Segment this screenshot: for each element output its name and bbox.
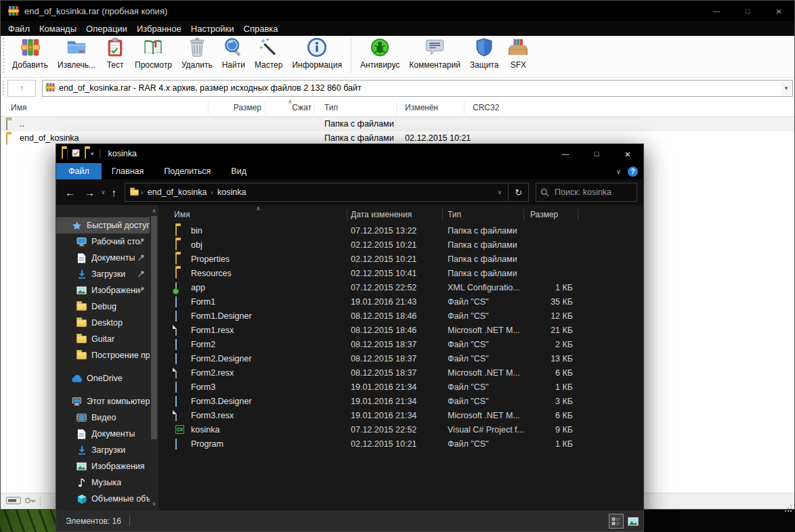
- thumbnail-view-button[interactable]: [626, 514, 641, 529]
- maximize-icon[interactable]: □: [581, 144, 612, 163]
- breadcrumb-current[interactable]: kosinka: [215, 187, 249, 197]
- sidebar-item-downloads-pinned[interactable]: Загрузки: [56, 266, 150, 282]
- minimize-icon[interactable]: —: [701, 1, 732, 21]
- menu-favorites[interactable]: Избранное: [132, 24, 186, 34]
- details-view-button[interactable]: [609, 514, 624, 529]
- search-input[interactable]: [553, 187, 630, 198]
- column-type[interactable]: Тип: [448, 210, 461, 219]
- sidebar-item-this-pc[interactable]: Этот компьютер: [56, 393, 150, 409]
- address-dropdown-icon[interactable]: ∨: [492, 189, 509, 196]
- menu-operations[interactable]: Операции: [81, 24, 132, 34]
- scroll-up-icon[interactable]: ∧: [150, 206, 158, 216]
- sidebar-item-quick-access[interactable]: Быстрый доступ: [56, 217, 150, 234]
- file-row[interactable]: bin 07.12.2015 13:22 Папка с файлами: [158, 224, 643, 238]
- file-row[interactable]: obj 02.12.2015 10:21 Папка с файлами: [158, 238, 643, 252]
- recent-locations-icon[interactable]: ∨: [100, 189, 107, 196]
- properties-qat-icon[interactable]: [72, 149, 80, 159]
- file-row[interactable]: Program 02.12.2015 10:21 Файл "CS" 1 КБ: [158, 437, 643, 451]
- file-row[interactable]: kosinka 07.12.2015 22:52 Visual C# Proje…: [158, 423, 643, 437]
- breadcrumb-parent[interactable]: end_of_kosinka: [145, 187, 210, 197]
- wizard-button[interactable]: Мастер: [250, 36, 288, 70]
- sidebar-item-documents-pinned[interactable]: Документы: [56, 250, 150, 266]
- file-row[interactable]: Form1 19.01.2016 21:43 Файл "CS" 35 КБ: [158, 295, 643, 309]
- new-folder-qat-icon[interactable]: [85, 149, 86, 158]
- maximize-icon[interactable]: □: [732, 1, 763, 21]
- file-row[interactable]: Form2.Designer 08.12.2015 18:37 Файл "CS…: [158, 352, 643, 366]
- test-button[interactable]: Тест: [100, 36, 130, 70]
- sidebar-item-3d-objects[interactable]: Объемные объ: [56, 491, 150, 507]
- extract-button[interactable]: Извлечь...: [53, 36, 100, 70]
- sfx-button[interactable]: SFX: [503, 36, 533, 70]
- column-crc32[interactable]: CRC32: [473, 103, 499, 112]
- sidebar-item-guitar[interactable]: Guitar: [56, 331, 150, 347]
- up-directory-button[interactable]: ↑: [7, 80, 36, 97]
- search-box[interactable]: [536, 183, 637, 202]
- refresh-icon[interactable]: ↻: [509, 187, 528, 198]
- antivirus-button[interactable]: Антивирус: [356, 36, 404, 70]
- delete-button[interactable]: Удалить: [177, 36, 217, 70]
- tab-home[interactable]: Главная: [102, 163, 154, 179]
- file-row[interactable]: Form2.resx 08.12.2015 18:37 Microsoft .N…: [158, 366, 643, 380]
- column-packed[interactable]: Сжат: [272, 103, 311, 112]
- sidebar-item-pictures[interactable]: Изображения: [56, 458, 150, 474]
- info-button[interactable]: Информация: [287, 36, 346, 70]
- view-button[interactable]: Просмотр: [130, 36, 177, 70]
- protect-button[interactable]: Защита: [465, 36, 504, 70]
- file-row[interactable]: Form3.Designer 19.01.2016 21:34 Файл "CS…: [158, 395, 643, 409]
- combobox-dropdown-icon[interactable]: ▾: [781, 81, 792, 95]
- help-icon[interactable]: ?: [628, 167, 638, 177]
- file-row[interactable]: Form3.resx 19.01.2016 21:34 Microsoft .N…: [158, 409, 643, 423]
- file-row[interactable]: Form1.Designer 08.12.2015 18:46 Файл "CS…: [158, 309, 643, 324]
- menu-file[interactable]: Файл: [3, 24, 35, 34]
- column-size[interactable]: Размер: [211, 103, 261, 112]
- close-icon[interactable]: ×: [763, 1, 794, 21]
- sidebar-item-documents[interactable]: Документы: [56, 426, 150, 442]
- sidebar-scrollbar[interactable]: ∧ ∨: [150, 205, 158, 510]
- sidebar-item-onedrive[interactable]: OneDrive: [56, 370, 150, 386]
- minimize-icon[interactable]: —: [550, 144, 581, 163]
- scrollbar-thumb[interactable]: [151, 216, 157, 439]
- add-button[interactable]: Добавить: [7, 36, 53, 70]
- close-icon[interactable]: ×: [612, 144, 643, 163]
- sidebar-item-music[interactable]: Музыка: [56, 474, 150, 491]
- menu-options[interactable]: Настройки: [186, 24, 239, 34]
- sidebar-item-debug[interactable]: Debug: [56, 298, 150, 315]
- cs-file-icon: [175, 397, 177, 406]
- menu-commands[interactable]: Команды: [35, 24, 81, 34]
- back-button[interactable]: ←: [60, 187, 80, 198]
- sidebar-item-desktop-pinned[interactable]: Рабочий сто.: [56, 234, 150, 250]
- file-row[interactable]: Properties 02.12.2015 10:21 Папка с файл…: [158, 252, 643, 267]
- archive-row-up[interactable]: .. Папка с файлами: [1, 117, 794, 131]
- file-row[interactable]: Form1.resx 08.12.2015 18:46 Microsoft .N…: [158, 324, 643, 338]
- sidebar-item-pictures-pinned[interactable]: Изображени: [56, 282, 150, 298]
- column-type[interactable]: Тип: [324, 103, 338, 112]
- ribbon-expand-icon[interactable]: ∨: [616, 168, 621, 175]
- sidebar-item-desktop-folder[interactable]: Desktop: [56, 315, 150, 331]
- crumb-separator-icon: ›: [139, 188, 145, 196]
- address-bar[interactable]: › end_of_kosinka › kosinka ∨ ↻: [125, 183, 529, 202]
- file-row[interactable]: Form2 08.12.2015 18:37 Файл "CS" 2 КБ: [158, 338, 643, 352]
- qat-dropdown-icon[interactable]: ▾: [89, 150, 95, 157]
- column-name[interactable]: Имя: [11, 103, 26, 112]
- column-modified[interactable]: Изменён: [405, 103, 438, 112]
- archive-path-combobox[interactable]: end_of_kosinka.rar - RAR 4.x архив, разм…: [42, 80, 793, 97]
- sidebar-item-downloads[interactable]: Загрузки: [56, 442, 150, 458]
- scroll-down-icon[interactable]: ∨: [150, 500, 158, 509]
- tab-share[interactable]: Поделиться: [154, 163, 221, 179]
- tab-file[interactable]: Файл: [56, 163, 102, 179]
- file-row[interactable]: app 07.12.2015 22:52 XML Configuratio...…: [158, 281, 643, 295]
- tab-view[interactable]: Вид: [221, 163, 257, 179]
- sidebar-item-postroenie[interactable]: Построение пр: [56, 347, 150, 363]
- forward-button[interactable]: →: [80, 187, 100, 198]
- up-button[interactable]: ↑: [107, 187, 122, 198]
- column-date[interactable]: Дата изменения: [351, 210, 412, 219]
- sidebar-item-videos[interactable]: Видео: [56, 409, 150, 426]
- file-row[interactable]: Form3 19.01.2016 21:34 Файл "CS" 1 КБ: [158, 380, 643, 395]
- menu-help[interactable]: Справка: [239, 24, 283, 34]
- file-row[interactable]: Resources 02.12.2015 10:41 Папка с файла…: [158, 267, 643, 281]
- find-button[interactable]: Найти: [217, 36, 250, 70]
- comment-button[interactable]: Комментарий: [404, 36, 465, 70]
- column-size[interactable]: Размер: [530, 210, 558, 219]
- resize-grip[interactable]: [790, 505, 792, 506]
- column-name[interactable]: Имя: [174, 210, 190, 219]
